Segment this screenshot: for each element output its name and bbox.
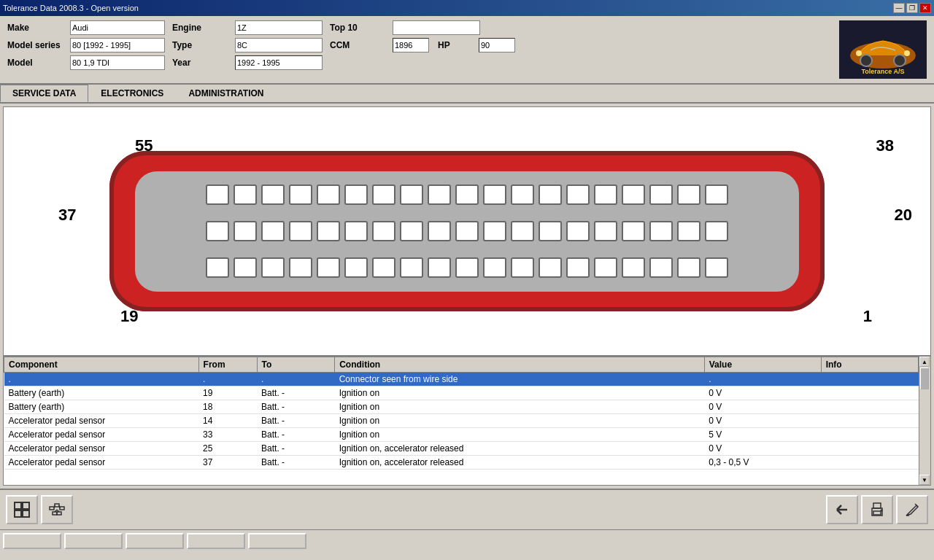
edit-button[interactable] bbox=[896, 495, 928, 524]
top10-select-wrapper[interactable] bbox=[393, 20, 480, 35]
type-select-wrapper[interactable]: 8C bbox=[235, 38, 323, 52]
pin-2-4 bbox=[289, 221, 312, 241]
pin-2-7 bbox=[372, 221, 395, 241]
cell-from: . bbox=[198, 373, 257, 386]
scroll-thumb[interactable] bbox=[920, 368, 929, 389]
diagram-button[interactable] bbox=[41, 495, 73, 524]
top10-select[interactable] bbox=[393, 20, 480, 35]
pin-2-19 bbox=[705, 221, 728, 241]
table-scroll[interactable]: Component From To Condition Value Info .… bbox=[4, 357, 919, 485]
pin-3-3 bbox=[261, 257, 285, 278]
menu-bar: SERVICE DATA ELECTRONICS ADMINISTRATION bbox=[0, 85, 934, 104]
make-select[interactable]: Audi bbox=[70, 20, 165, 35]
pin-3-10 bbox=[455, 257, 479, 278]
table-scrollbar[interactable]: ▲ ▼ bbox=[919, 357, 930, 485]
svg-rect-7 bbox=[15, 502, 21, 509]
status-btn-5[interactable] bbox=[248, 533, 306, 549]
minimize-button[interactable]: — bbox=[893, 3, 905, 13]
top10-row: Top 10 bbox=[330, 20, 515, 35]
model-select-wrapper[interactable]: 80 1,9 TDI bbox=[70, 55, 165, 70]
svg-point-2 bbox=[860, 55, 872, 66]
status-btn-4[interactable] bbox=[187, 533, 245, 549]
pin-2-6 bbox=[344, 221, 368, 241]
toolbar-right bbox=[826, 495, 928, 524]
ccm-label: CCM bbox=[330, 40, 388, 50]
pin-2-18 bbox=[677, 221, 700, 241]
type-select[interactable]: 8C bbox=[235, 38, 323, 52]
cell-component: Accelerator pedal sensor bbox=[4, 442, 199, 456]
menu-service-data[interactable]: SERVICE DATA bbox=[0, 85, 88, 102]
svg-rect-12 bbox=[55, 504, 59, 507]
back-arrow-icon bbox=[833, 501, 851, 518]
table-row[interactable]: Accelerator pedal sensor25Batt. -Ignitio… bbox=[4, 442, 919, 456]
data-table-container: Component From To Condition Value Info .… bbox=[4, 355, 930, 485]
connector-outer bbox=[109, 151, 825, 311]
pin-1-15 bbox=[594, 184, 617, 205]
col-from: From bbox=[198, 357, 257, 373]
svg-point-23 bbox=[881, 510, 883, 512]
top10-form: Top 10 CCM 1896 HP 90 bbox=[330, 20, 515, 52]
hp-label: HP bbox=[438, 40, 474, 50]
year-value: 1992 - 1995 bbox=[235, 55, 323, 70]
table-row[interactable]: Accelerator pedal sensor37Batt. -Ignitio… bbox=[4, 456, 919, 470]
cell-component: . bbox=[4, 373, 199, 386]
pin-2-11 bbox=[483, 221, 506, 241]
cell-component: Accelerator pedal sensor bbox=[4, 414, 199, 428]
col-condition: Condition bbox=[335, 357, 705, 373]
pin-3-16 bbox=[622, 257, 645, 278]
cell-to: Batt. - bbox=[257, 442, 335, 456]
svg-rect-21 bbox=[873, 503, 881, 508]
cell-value: 0 V bbox=[704, 414, 821, 428]
engine-select-wrapper[interactable]: 1Z bbox=[235, 20, 323, 35]
col-value: Value bbox=[704, 357, 821, 373]
engine-select[interactable]: 1Z bbox=[235, 20, 323, 35]
svg-point-4 bbox=[856, 50, 862, 56]
cell-to: Batt. - bbox=[257, 428, 335, 442]
print-button[interactable] bbox=[861, 495, 893, 524]
cell-condition: Connector seen from wire side bbox=[335, 373, 705, 386]
cell-from: 14 bbox=[198, 414, 257, 428]
pin-2-10 bbox=[455, 221, 479, 241]
status-btn-2[interactable] bbox=[64, 533, 123, 549]
pin-label-37: 37 bbox=[58, 206, 76, 225]
pin-1-13 bbox=[539, 184, 562, 205]
make-select-wrapper[interactable]: Audi bbox=[70, 20, 165, 35]
engine-row: Engine 1Z bbox=[172, 20, 323, 35]
scroll-up-button[interactable]: ▲ bbox=[919, 357, 930, 367]
svg-rect-17 bbox=[57, 512, 61, 515]
table-row[interactable]: Accelerator pedal sensor33Batt. -Ignitio… bbox=[4, 428, 919, 442]
model-series-select[interactable]: 80 [1992 - 1995] bbox=[70, 38, 165, 52]
make-row: Make Audi bbox=[7, 20, 165, 35]
title-bar-controls[interactable]: — ❐ ✕ bbox=[893, 3, 931, 13]
svg-rect-10 bbox=[23, 510, 29, 517]
restore-button[interactable]: ❐ bbox=[906, 3, 918, 13]
scroll-down-button[interactable]: ▼ bbox=[919, 475, 930, 485]
pin-2-13 bbox=[539, 221, 562, 241]
model-series-label: Model series bbox=[7, 40, 66, 50]
cell-value: 0 V bbox=[704, 386, 821, 400]
model-series-select-wrapper[interactable]: 80 [1992 - 1995] bbox=[70, 38, 165, 52]
status-btn-3[interactable] bbox=[126, 533, 184, 549]
model-select[interactable]: 80 1,9 TDI bbox=[70, 55, 165, 70]
hp-value: 90 bbox=[479, 38, 515, 52]
back-button[interactable] bbox=[826, 495, 858, 524]
pin-3-2 bbox=[234, 257, 257, 278]
table-header: Component From To Condition Value Info bbox=[4, 357, 919, 373]
status-btn-1[interactable] bbox=[3, 533, 61, 549]
scroll-track bbox=[919, 367, 930, 475]
pin-label-38: 38 bbox=[876, 136, 894, 155]
close-button[interactable]: ✕ bbox=[919, 3, 931, 13]
table-row[interactable]: ...Connector seen from wire side. bbox=[4, 373, 919, 386]
year-row: Year 1992 - 1995 bbox=[172, 55, 323, 70]
grid-view-button[interactable] bbox=[6, 495, 38, 524]
menu-administration[interactable]: ADMINISTRATION bbox=[176, 85, 276, 102]
table-row[interactable]: Battery (earth)18Batt. -Ignition on0 V bbox=[4, 400, 919, 414]
table-row[interactable]: Battery (earth)19Batt. -Ignition on0 V bbox=[4, 386, 919, 400]
menu-electronics[interactable]: ELECTRONICS bbox=[88, 85, 176, 102]
logo-image: Tolerance A/S bbox=[839, 20, 927, 79]
svg-rect-16 bbox=[53, 512, 57, 515]
type-label: Type bbox=[172, 40, 231, 50]
table-row[interactable]: Accelerator pedal sensor14Batt. -Ignitio… bbox=[4, 414, 919, 428]
ccm-hp-row: CCM 1896 HP 90 bbox=[330, 38, 515, 52]
pin-3-9 bbox=[428, 257, 451, 278]
